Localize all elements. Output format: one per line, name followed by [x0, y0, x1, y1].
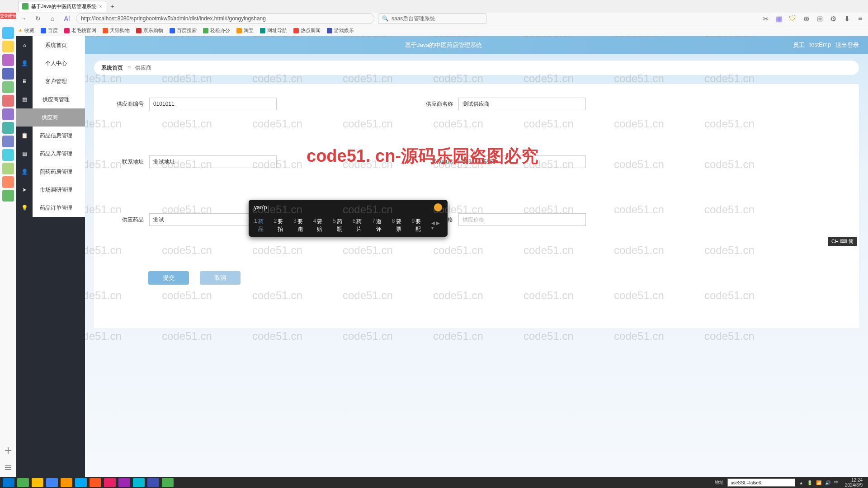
logout-button[interactable]: 退出登录 [835, 41, 859, 49]
bookmark-jd[interactable]: 京东购物 [136, 27, 163, 34]
ime-candidate[interactable]: 6药片 [353, 218, 366, 233]
ai-icon[interactable]: AI [61, 13, 72, 24]
sidebar-item-supplier[interactable]: 供应商 [16, 108, 85, 127]
ime-candidate[interactable]: 7邀评 [372, 218, 386, 233]
ime-nav[interactable]: ◀ ▶ ▾ [431, 221, 442, 230]
os-app-icon[interactable] [2, 54, 14, 66]
clipboard-icon: 📋 [16, 127, 33, 145]
sidebar-item-home[interactable]: ⌂系统首页 [16, 36, 85, 54]
taskbar-app[interactable] [17, 478, 29, 487]
plus-icon[interactable]: ⊕ [802, 14, 810, 23]
os-app-icon[interactable] [2, 163, 14, 174]
ime-candidate[interactable]: 5药瓶 [333, 218, 346, 233]
bookmark-baidu[interactable]: 百度 [41, 27, 58, 34]
os-app-icon[interactable] [2, 136, 14, 147]
os-app-icon[interactable] [2, 95, 14, 107]
bookmark-games[interactable]: 游戏娱乐 [327, 27, 354, 34]
sidebar-item-suppliers[interactable]: ▦供应商管理 [16, 90, 85, 108]
taskbar-addr-field[interactable]: useSSL=false& [727, 479, 795, 487]
submit-button[interactable]: 提交 [148, 271, 189, 285]
tab-add-button[interactable]: + [107, 3, 118, 10]
shield-icon[interactable]: 🛡 [788, 14, 797, 23]
sidebar-item-orders[interactable]: 💡药品订单管理 [16, 199, 85, 217]
site-icon [293, 28, 299, 33]
ime-candidate[interactable]: 3要跑 [293, 218, 307, 233]
tray-ime[interactable]: 中 [834, 479, 839, 486]
apps-icon[interactable]: ⊞ [816, 14, 824, 23]
menu-icon[interactable]: ≡ [856, 14, 864, 23]
input-supplier-code[interactable] [149, 98, 277, 110]
os-app-icon[interactable] [2, 176, 14, 188]
scissors-icon[interactable]: ✂ [761, 14, 769, 23]
close-icon[interactable]: × [99, 4, 102, 9]
tray-icon[interactable]: 🔋 [807, 480, 812, 485]
os-app-icon[interactable] [2, 41, 14, 52]
label-supplier-code: 供应商编号 [112, 100, 144, 108]
download-icon[interactable]: ⬇ [843, 14, 851, 23]
tray-icon[interactable]: 🔊 [825, 480, 830, 485]
os-app-icon[interactable] [2, 27, 14, 39]
sidebar-item-pharmacy[interactable]: 👤煎药药房管理 [16, 163, 85, 181]
forward-icon[interactable]: → [18, 13, 29, 24]
watermark: code51.cn [162, 330, 212, 343]
input-supplier-name[interactable] [458, 98, 586, 110]
taskbar-app[interactable] [90, 478, 101, 487]
grid-icon: ▦ [16, 90, 33, 108]
ime-candidate[interactable]: 4要赔 [313, 218, 327, 233]
ime-candidate[interactable]: 2要拍 [274, 218, 288, 233]
ime-candidate[interactable]: 1药品 [254, 218, 268, 233]
bookmark-taobao[interactable]: 淘宝 [236, 27, 254, 34]
user-name[interactable]: testEmp [809, 41, 831, 49]
sidebar-item-medicine[interactable]: 📋药品信息管理 [16, 127, 85, 145]
breadcrumb-home[interactable]: 系统首页 [101, 64, 123, 72]
os-app-icon[interactable] [2, 81, 14, 93]
login-badge: 登录账号 [0, 13, 16, 19]
taskbar-app[interactable] [162, 478, 174, 487]
emoji-icon[interactable] [434, 203, 442, 211]
favorites-button[interactable]: ★收藏 [18, 27, 34, 34]
taskbar-clock[interactable]: 12:24 2024/8/9 [842, 478, 865, 488]
sidebar-item-research[interactable]: ➤市场调研管理 [16, 181, 85, 199]
search-input[interactable]: 🔍 saas后台管理系统 [378, 13, 486, 24]
bookmark-nav[interactable]: 网址导航 [260, 27, 287, 34]
taskbar-app[interactable] [61, 478, 72, 487]
grid-icon[interactable]: ▦ [775, 14, 783, 23]
sidebar-item-customers[interactable]: 🖥客户管理 [16, 72, 85, 90]
reload-icon[interactable]: ↻ [33, 13, 43, 24]
home-icon[interactable]: ⌂ [47, 13, 58, 24]
add-icon[interactable] [2, 445, 14, 456]
sidebar-item-profile[interactable]: 👤个人中心 [16, 54, 85, 72]
cancel-button[interactable]: 取消 [200, 271, 241, 285]
taskbar-app[interactable] [32, 478, 43, 487]
bookmark-laomaotao[interactable]: 老毛桃官网 [64, 27, 96, 34]
sidebar-item-stock[interactable]: ▦药品入库管理 [16, 145, 85, 163]
tray-icon[interactable]: 📶 [816, 480, 821, 485]
menu-icon[interactable] [2, 462, 14, 474]
taskbar-app[interactable] [133, 478, 145, 487]
bookmark-tmall[interactable]: 天猫购物 [103, 27, 130, 34]
ime-candidate[interactable]: 8要票 [392, 218, 406, 233]
input-phone[interactable] [458, 155, 586, 168]
os-app-icon[interactable] [2, 108, 14, 120]
browser-tab[interactable]: 基于Java的中医药店管理系统 × [18, 1, 106, 12]
input-address[interactable] [149, 155, 277, 168]
taskbar-app[interactable] [104, 478, 116, 487]
url-input[interactable]: http://localhost:8080/springbootmkw5t/ad… [76, 13, 374, 24]
taskbar-app[interactable] [147, 478, 159, 487]
input-price[interactable] [458, 213, 586, 226]
tab-favicon-icon [22, 3, 28, 9]
bookmark-news[interactable]: 热点新闻 [293, 27, 321, 34]
os-app-icon[interactable] [2, 68, 14, 80]
os-app-icon[interactable] [2, 149, 14, 161]
taskbar-app[interactable] [46, 478, 58, 487]
taskbar-app[interactable] [75, 478, 87, 487]
gear-icon[interactable]: ⚙ [829, 14, 837, 23]
os-app-icon[interactable] [2, 190, 14, 202]
os-app-icon[interactable] [2, 122, 14, 134]
tray-icon[interactable]: ▲ [799, 480, 803, 485]
start-button[interactable] [3, 478, 14, 487]
bookmark-baidu-search[interactable]: 百度搜索 [170, 27, 197, 34]
bookmark-qingsong[interactable]: 轻松办公 [203, 27, 230, 34]
ime-candidate[interactable]: 9要配 [411, 218, 425, 233]
taskbar-app[interactable] [118, 478, 130, 487]
